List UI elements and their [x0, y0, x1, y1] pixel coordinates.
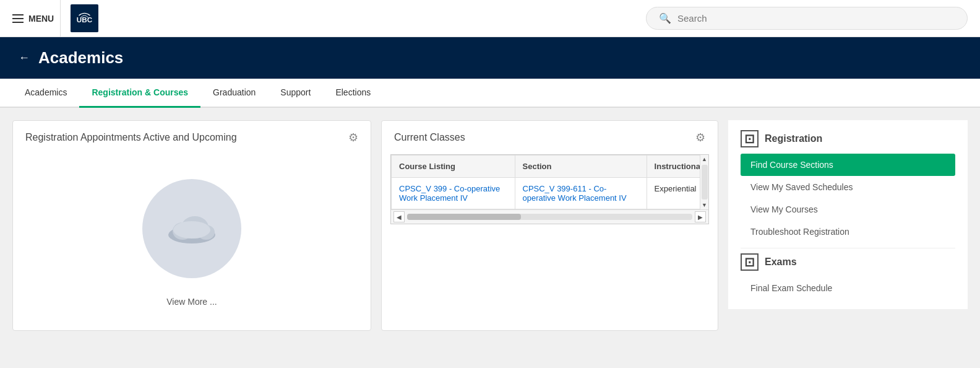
- cell-instructional: Experiential: [647, 178, 708, 209]
- scroll-down-button[interactable]: ▼: [700, 201, 709, 209]
- sidebar-divider: [741, 248, 955, 248]
- menu-label: MENU: [28, 14, 54, 24]
- search-icon: 🔍: [659, 12, 671, 24]
- classes-title: Current Classes: [394, 132, 465, 143]
- col-instructional: Instructiona: [647, 156, 708, 178]
- search-container: 🔍: [646, 7, 968, 30]
- svg-text:UBC: UBC: [77, 15, 93, 24]
- sidebar-panel: ⊡ Registration Find Course Sections View…: [728, 120, 968, 309]
- vertical-scrollbar: ▲ ▼: [700, 155, 708, 209]
- courses-table: Course Listing Section Instructiona CPSC…: [391, 155, 708, 209]
- appointments-title: Registration Appointments Active and Upc…: [25, 132, 237, 143]
- scroll-h-track: [407, 214, 692, 220]
- top-navigation: MENU UBC 🔍: [0, 0, 980, 37]
- scroll-v-track: [702, 165, 708, 199]
- hamburger-icon: [12, 14, 24, 23]
- search-input[interactable]: [677, 13, 955, 24]
- scroll-h-thumb: [407, 214, 521, 220]
- page-title: Academics: [38, 48, 123, 68]
- tab-graduation[interactable]: Graduation: [200, 79, 268, 108]
- registration-section: ⊡ Registration Find Course Sections View…: [728, 120, 968, 309]
- horizontal-scrollbar: ◀ ▶: [391, 209, 708, 224]
- appointments-settings-icon[interactable]: ⚙: [348, 131, 358, 144]
- classes-settings-icon[interactable]: ⚙: [695, 131, 705, 144]
- view-saved-schedules-link[interactable]: View My Saved Schedules: [741, 176, 955, 198]
- main-content: Registration Appointments Active and Upc…: [0, 108, 980, 343]
- back-button[interactable]: ←: [19, 51, 30, 64]
- view-more-link[interactable]: View More ...: [166, 297, 217, 317]
- cloud-illustration: View More ...: [13, 154, 371, 329]
- tab-navigation: Academics Registration & Courses Graduat…: [0, 79, 980, 108]
- classes-scroll-area: Course Listing Section Instructiona CPSC…: [391, 155, 708, 209]
- classes-card-header: Current Classes ⚙: [382, 121, 718, 154]
- col-section: Section: [515, 156, 647, 178]
- section-link[interactable]: CPSC_V 399-611 - Co-operative Work Place…: [523, 184, 627, 203]
- registration-section-title: ⊡ Registration: [741, 130, 955, 147]
- cell-section: CPSC_V 399-611 - Co-operative Work Place…: [515, 178, 647, 209]
- table-row: CPSC_V 399 - Co-operative Work Placement…: [392, 178, 708, 209]
- classes-card: Current Classes ⚙ Course Listing Section…: [381, 120, 718, 331]
- scroll-left-button[interactable]: ◀: [393, 211, 405, 222]
- svg-point-6: [173, 221, 210, 239]
- ubc-logo: UBC: [71, 4, 98, 32]
- final-exam-schedule-link[interactable]: Final Exam Schedule: [741, 277, 955, 299]
- troubleshoot-registration-link[interactable]: Troubleshoot Registration: [741, 221, 955, 243]
- appointments-card-header: Registration Appointments Active and Upc…: [13, 121, 371, 154]
- classes-table-wrapper: Course Listing Section Instructiona CPSC…: [390, 154, 709, 224]
- tab-registration-courses[interactable]: Registration & Courses: [79, 79, 200, 108]
- menu-button[interactable]: MENU: [12, 0, 61, 37]
- view-my-courses-link[interactable]: View My Courses: [741, 198, 955, 221]
- tab-support[interactable]: Support: [268, 79, 323, 108]
- exams-section-title: ⊡ Exams: [741, 253, 955, 271]
- exams-icon: ⊡: [741, 253, 759, 271]
- cell-course-listing: CPSC_V 399 - Co-operative Work Placement…: [392, 178, 515, 209]
- registration-label: Registration: [765, 133, 822, 144]
- tab-elections[interactable]: Elections: [323, 79, 383, 108]
- cloud-avatar: [142, 179, 241, 278]
- exams-label: Exams: [765, 256, 797, 268]
- scroll-right-button[interactable]: ▶: [695, 211, 706, 222]
- course-listing-link[interactable]: CPSC_V 399 - Co-operative Work Placement…: [399, 184, 500, 203]
- registration-icon: ⊡: [741, 130, 759, 147]
- col-course-listing: Course Listing: [392, 156, 515, 178]
- appointments-card: Registration Appointments Active and Upc…: [12, 120, 371, 331]
- scroll-up-button[interactable]: ▲: [700, 155, 709, 164]
- tab-academics[interactable]: Academics: [12, 79, 79, 108]
- academics-header: ← Academics: [0, 37, 980, 79]
- find-course-sections-link[interactable]: Find Course Sections: [741, 154, 955, 176]
